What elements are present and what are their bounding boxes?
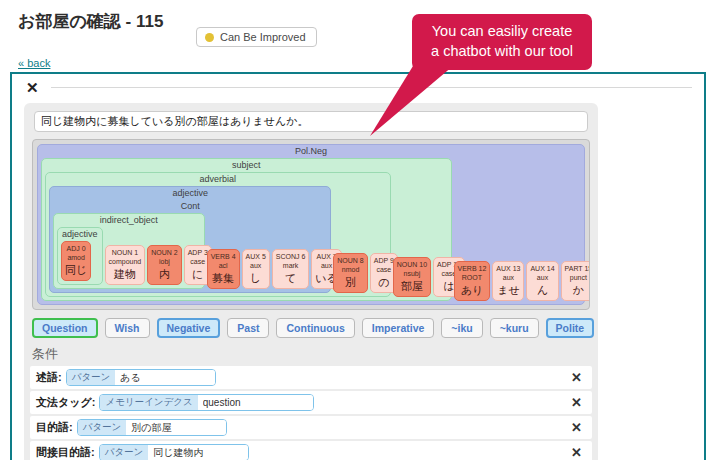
tag-polite-button[interactable]: Polite: [546, 318, 595, 338]
conditions-heading: 条件: [32, 345, 592, 363]
condition-type-pill: パターン: [67, 370, 116, 385]
token-15: PART 15 punct か: [561, 261, 590, 301]
tag-continuous-button[interactable]: Continuous: [276, 318, 354, 338]
condition-value-input[interactable]: [148, 445, 248, 460]
remove-condition-icon[interactable]: ✕: [571, 421, 582, 434]
token-4: VERB 4 acl 募集: [207, 249, 240, 289]
condition-label: 述語:: [36, 370, 62, 385]
condition-label: 間接目的語:: [36, 445, 95, 460]
condition-value-input[interactable]: [115, 370, 215, 385]
callout-line2: a chatbot with our tool: [416, 42, 588, 62]
tree-group-label: subject: [42, 159, 451, 172]
grammar-tag-bar: Question Wish Negative Past Continuous I…: [32, 318, 590, 338]
tag-question-button[interactable]: Question: [32, 318, 98, 338]
condition-type-pill: パターン: [78, 420, 127, 435]
tree-group-label: indirect_object: [54, 214, 204, 227]
condition-value-input[interactable]: [126, 420, 226, 435]
condition-row-object: 目的語: パターン ✕: [30, 416, 592, 439]
tree-group-adjective-cont: adjective Cont indirect_object a: [49, 186, 331, 293]
status-badge: Can Be Improved: [196, 27, 317, 47]
token-6: SCONJ 6 mark て: [272, 249, 310, 289]
condition-input-group: パターン: [77, 419, 228, 436]
callout-tail-icon: [368, 66, 456, 138]
condition-label: 目的語:: [36, 420, 73, 435]
condition-input-group: パターン: [66, 369, 217, 386]
token-13: AUX 13 aux ませ: [492, 261, 524, 301]
token-8: NOUN 8 nmod 別: [333, 253, 367, 293]
tag-iku-button[interactable]: ~iku: [441, 318, 482, 338]
tag-negative-button[interactable]: Negative: [157, 318, 221, 338]
editor-content: Pol.Neg subject adverbial adjective Cont: [24, 103, 598, 460]
token-12: VERB 12 ROOT あり: [454, 261, 491, 301]
condition-input-group: パターン: [99, 444, 250, 460]
tree-group-subject: subject adverbial adjective Cont: [41, 158, 452, 301]
token-5: AUX 5 aux し: [242, 249, 270, 289]
tree-group-adjective: adjective ADJ 0 amod 同じ: [57, 227, 103, 285]
token-14: AUX 14 aux ん: [526, 261, 558, 301]
token-2: NOUN 2 iobj 内: [147, 245, 181, 285]
tag-imperative-button[interactable]: Imperative: [362, 318, 435, 338]
tree-group-label: adjective: [50, 187, 330, 200]
remove-condition-icon[interactable]: ✕: [571, 396, 582, 409]
panel-header: ✕: [24, 80, 692, 95]
tree-group-label: Cont: [50, 200, 330, 213]
remove-condition-icon[interactable]: ✕: [571, 371, 582, 384]
tree-group-indirect-object: indirect_object adjective AD: [53, 213, 205, 289]
callout-line1: You can easiliy create: [416, 22, 588, 42]
condition-value-input[interactable]: [198, 395, 313, 410]
sentence-input[interactable]: [34, 111, 588, 132]
status-badge-label: Can Be Improved: [220, 31, 306, 43]
chatbot-editor-panel: ✕ Pol.Neg subject adverbial: [10, 72, 706, 460]
condition-row-indirect-object: 間接目的語: パターン ✕: [30, 441, 592, 460]
callout-bubble: You can easiliy create a chatbot with ou…: [412, 14, 592, 70]
tree-group-adverbial: adverbial adjective Cont indirect_object: [45, 172, 391, 297]
close-icon[interactable]: ✕: [24, 80, 41, 95]
condition-row-grammar-tag: 文法タッグ: メモリーインデクス ✕: [30, 391, 592, 414]
condition-input-group: メモリーインデクス: [99, 394, 313, 411]
condition-type-pill: メモリーインデクス: [100, 395, 197, 410]
tree-group-label: adjective: [58, 228, 102, 241]
condition-row-predicate: 述語: パターン ✕: [30, 366, 592, 389]
remove-condition-icon[interactable]: ✕: [571, 446, 582, 459]
status-dot-icon: [205, 33, 214, 42]
token-10: NOUN 10 nsubj 部屋: [393, 257, 431, 297]
tag-wish-button[interactable]: Wish: [105, 318, 150, 338]
token-1: NOUN 1 compound 建物: [105, 245, 146, 285]
parse-tree: Pol.Neg subject adverbial adjective Cont: [32, 139, 590, 310]
tag-past-button[interactable]: Past: [227, 318, 269, 338]
condition-type-pill: パターン: [100, 445, 149, 460]
tree-group-label: Pol.Neg: [38, 145, 584, 158]
tree-group-label: adverbial: [46, 173, 390, 186]
back-link[interactable]: « back: [18, 57, 50, 69]
tree-group-polneg: Pol.Neg subject adverbial adjective Cont: [37, 144, 585, 305]
tag-kuru-button[interactable]: ~kuru: [490, 318, 539, 338]
condition-label: 文法タッグ:: [36, 395, 95, 410]
token-0: ADJ 0 amod 同じ: [61, 241, 91, 281]
page-title: お部屋の確認 - 115: [18, 10, 163, 33]
